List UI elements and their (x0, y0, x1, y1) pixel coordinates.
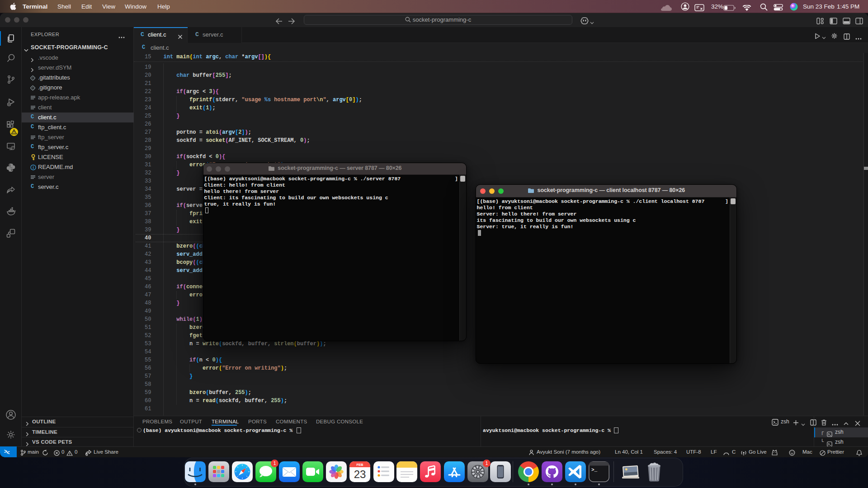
svg-text:>_: >_ (591, 467, 598, 473)
svg-text:23: 23 (354, 468, 366, 480)
svg-text:FEB: FEB (357, 463, 364, 467)
